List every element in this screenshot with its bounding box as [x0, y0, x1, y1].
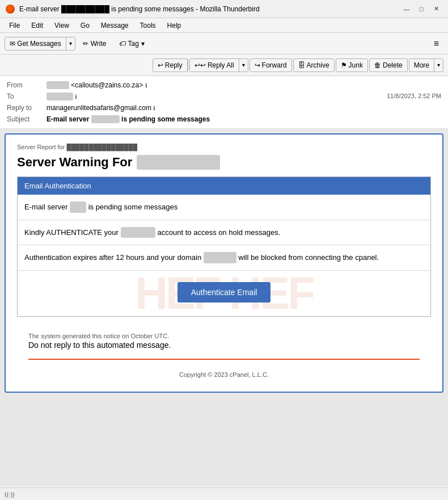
auth-box: Email Authentication E-mail server is pe… [17, 177, 431, 317]
reply-all-icon: ↩↩ [195, 61, 206, 69]
menu-help[interactable]: Help [163, 20, 186, 31]
footer-copyright: Copyright © 2023 cPanel, L.L.C. [17, 367, 431, 383]
row3-blurred [204, 252, 236, 263]
pencil-icon: ✏ [83, 40, 88, 48]
tag-button[interactable]: 🏷 Tag ▾ [114, 37, 150, 51]
menu-view[interactable]: View [50, 20, 74, 31]
get-messages-arrow[interactable]: ▾ [66, 38, 75, 49]
email-body-container: Server Report for ████████████████ Serve… [0, 129, 448, 486]
auth-box-cta: HEF HEF Authenticate Email [18, 271, 430, 316]
more-button[interactable]: More [409, 59, 434, 72]
minimize-button[interactable]: — [400, 4, 413, 14]
reply-button[interactable]: ↩ Reply [153, 59, 188, 72]
row1-blurred [70, 201, 86, 213]
email-header: From <callouts@zains.co.za> ℹ To ℹ 11/8/… [0, 76, 448, 129]
tag-icon: 🏷 [119, 40, 126, 48]
titlebar: E-mail server ██████████ is pending some… [0, 0, 448, 18]
write-button[interactable]: ✏ Write [78, 37, 112, 51]
to-value: ℹ [47, 93, 387, 100]
tag-arrow-icon: ▾ [141, 40, 145, 48]
footer-system-text: The system generated this notice on Octo… [28, 333, 420, 339]
email-date: 11/8/2023, 2:52 PM [387, 93, 441, 99]
menu-tools[interactable]: Tools [136, 20, 160, 31]
email-body-inner: Server Report for ████████████████ Serve… [6, 135, 442, 392]
reply-split[interactable]: ↩ Reply [153, 58, 188, 72]
archive-button[interactable]: 🗄 Archive [293, 58, 335, 72]
footer-notice: The system generated this notice on Octo… [17, 326, 431, 352]
from-email: <callouts@zains.co.za> [71, 81, 143, 89]
subject-value: E-mail server is pending some messages [47, 115, 441, 123]
reply-all-arrow[interactable]: ▾ [239, 60, 248, 70]
server-warning-title: Server Warning For [17, 155, 431, 170]
server-report-header: Server Report for ████████████████ [17, 144, 431, 150]
envelope-icon: ✉ [10, 40, 15, 48]
auth-box-header: Email Authentication [18, 177, 430, 195]
auth-row-3: Authentication expires after 12 hours an… [18, 245, 430, 271]
reply-to-value: managerunlitedsafaris@gmail.com ℹ [47, 104, 441, 112]
menu-file[interactable]: File [5, 20, 24, 31]
menu-edit[interactable]: Edit [27, 20, 48, 31]
reply-icon: ↩ [158, 61, 163, 69]
footer-no-reply: Do not reply to this automated message. [28, 341, 420, 350]
menu-message[interactable]: Message [96, 20, 133, 31]
reply-to-info-icon[interactable]: ℹ [153, 105, 155, 111]
wifi-icon: ((·)) [5, 491, 15, 498]
to-value-blurred [47, 93, 73, 100]
maximize-button[interactable]: □ [415, 4, 428, 14]
forward-icon: ↪ [255, 61, 260, 69]
reply-to-email: managerunlitedsafaris@gmail.com [47, 104, 151, 112]
delete-icon: 🗑 [374, 61, 381, 69]
action-toolbar: ↩ Reply ↩↩ Reply All ▾ ↪ Forward 🗄 Archi… [0, 54, 448, 76]
menubar: File Edit View Go Message Tools Help [0, 18, 448, 33]
from-value: <callouts@zains.co.za> ℹ [47, 81, 441, 89]
window-title: E-mail server ██████████ is pending some… [19, 5, 396, 13]
warning-email-blurred [137, 155, 220, 170]
from-name-blurred [47, 81, 69, 89]
statusbar: ((·)) [0, 488, 448, 500]
from-row: From <callouts@zains.co.za> ℹ [7, 79, 441, 91]
to-label: To [7, 93, 47, 100]
junk-button[interactable]: ⚑ Junk [336, 58, 368, 72]
archive-icon: 🗄 [298, 61, 305, 69]
window-controls: — □ ✕ [400, 4, 442, 14]
auth-row-1: E-mail server is pending some messages [18, 195, 430, 220]
from-label: From [7, 81, 47, 89]
authenticate-email-button[interactable]: Authenticate Email [177, 282, 271, 302]
more-arrow[interactable]: ▾ [434, 60, 443, 70]
subject-server-blurred [91, 115, 120, 123]
menu-go[interactable]: Go [76, 20, 94, 31]
junk-icon: ⚑ [341, 61, 347, 69]
reply-to-row: Reply to managerunlitedsafaris@gmail.com… [7, 102, 441, 114]
forward-button[interactable]: ↪ Forward [250, 58, 292, 72]
close-button[interactable]: ✕ [430, 4, 442, 14]
app-icon [6, 5, 15, 14]
reply-all-button[interactable]: ↩↩ Reply All [190, 59, 239, 72]
subject-row: Subject E-mail server is pending some me… [7, 114, 441, 125]
reply-all-split[interactable]: ↩↩ Reply All ▾ [189, 58, 248, 72]
delete-button[interactable]: 🗑 Delete [369, 58, 408, 72]
get-messages-split[interactable]: ✉ Get Messages ▾ [5, 37, 75, 51]
subject-label: Subject [7, 115, 47, 123]
to-row: To ℹ 11/8/2023, 2:52 PM [7, 91, 441, 102]
email-body-frame: Server Report for ████████████████ Serve… [5, 133, 443, 393]
to-info-icon[interactable]: ℹ [75, 94, 77, 100]
hamburger-button[interactable]: ≡ [429, 36, 443, 51]
main-toolbar: ✉ Get Messages ▾ ✏ Write 🏷 Tag ▾ ≡ [0, 33, 448, 54]
from-info-icon[interactable]: ℹ [145, 82, 147, 89]
reply-to-label: Reply to [7, 104, 47, 112]
more-split[interactable]: More ▾ [409, 58, 443, 72]
get-messages-button[interactable]: ✉ Get Messages [5, 37, 66, 50]
footer-divider [28, 359, 420, 360]
auth-row-2: Kindly AUTHENTICATE your account to acce… [18, 220, 430, 246]
row2-blurred [121, 227, 155, 238]
